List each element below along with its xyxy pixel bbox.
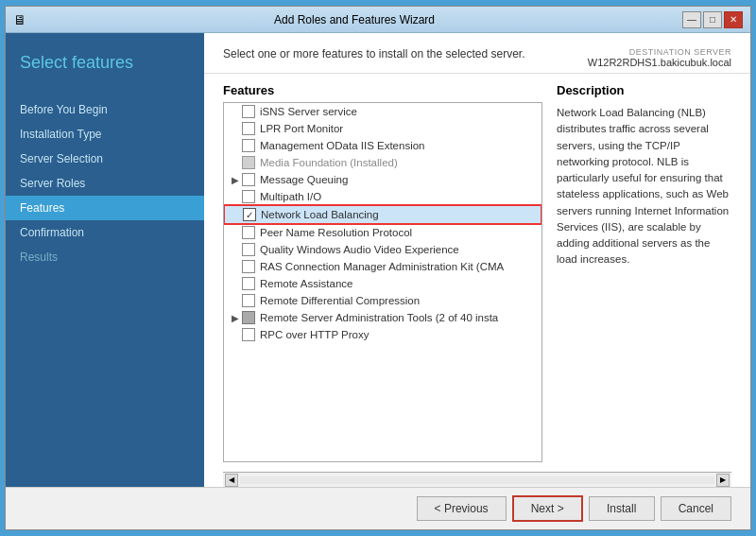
checkbox-nlb[interactable]: ✓ [243,208,256,221]
features-section-title: Features [223,83,542,97]
label-nlb: Network Load Balancing [261,209,536,220]
expander-multipath [229,192,242,202]
window-title: Add Roles and Features Wizard [26,13,682,26]
expander-isns [229,107,242,117]
features-list-section: Features iSNS Server service LPR [223,83,542,462]
content-area: Select one or more features to install o… [204,33,750,487]
feature-item-remote-assist[interactable]: Remote Assistance [224,275,541,292]
hscroll-left-button[interactable]: ◀ [225,474,238,487]
expander-odata [229,141,242,151]
expander-rsat[interactable]: ▶ [229,313,242,323]
features-panel: Features iSNS Server service LPR [204,74,750,472]
checkbox-mq[interactable] [242,173,255,186]
checkbox-media[interactable] [242,156,255,169]
hscroll-track[interactable] [240,476,714,484]
label-peer: Peer Name Resolution Protocol [260,227,537,238]
feature-item-media[interactable]: Media Foundation (Installed) [224,154,541,171]
checkbox-qwave[interactable] [242,243,255,256]
label-rdc: Remote Differential Compression [260,295,537,306]
content-description: Select one or more features to install o… [223,47,588,61]
label-remote-assist: Remote Assistance [260,278,537,289]
content-header: Select one or more features to install o… [204,33,750,74]
install-button[interactable]: Install [589,496,655,521]
footer: < Previous Next > Install Cancel [6,487,750,529]
feature-item-mq[interactable]: ▶ Message Queuing [224,171,541,188]
expander-qwave [229,245,242,255]
sidebar-item-results: Results [6,245,204,269]
features-listbox[interactable]: iSNS Server service LPR Port Monitor [223,102,542,462]
description-text: Network Load Balancing (NLB) distributes… [557,105,731,268]
label-ras: RAS Connection Manager Administration Ki… [260,261,537,272]
minimize-button[interactable]: — [682,11,701,28]
checkbox-lpr[interactable] [242,122,255,135]
close-button[interactable]: ✕ [724,11,743,28]
feature-item-rpc-http[interactable]: RPC over HTTP Proxy [224,326,541,343]
sidebar-item-server-selection[interactable]: Server Selection [6,147,204,171]
feature-item-qwave[interactable]: Quality Windows Audio Video Experience [224,241,541,258]
window-icon: 🖥 [13,12,26,27]
sidebar: Select features Before You Begin Install… [6,33,204,487]
label-media: Media Foundation (Installed) [260,157,537,168]
label-rpc-http: RPC over HTTP Proxy [260,329,537,340]
label-rsat: Remote Server Administration Tools (2 of… [260,312,537,323]
feature-item-rdc[interactable]: Remote Differential Compression [224,292,541,309]
feature-item-rsat[interactable]: ▶ Remote Server Administration Tools (2 … [224,309,541,326]
title-bar-buttons: — □ ✕ [682,11,743,28]
expander-nlb [230,210,243,220]
cancel-button[interactable]: Cancel [661,496,731,521]
checkbox-multipath[interactable] [242,190,255,203]
expander-rpc-http [229,330,242,340]
sidebar-item-features[interactable]: Features [6,196,204,220]
title-bar: 🖥 Add Roles and Features Wizard — □ ✕ [6,7,750,33]
expander-ras [229,262,242,272]
feature-item-lpr[interactable]: LPR Port Monitor [224,120,541,137]
feature-item-nlb[interactable]: ✓ Network Load Balancing [224,205,541,224]
wizard-body: Select features Before You Begin Install… [6,33,750,487]
content-header-left: Select one or more features to install o… [223,47,588,68]
horizontal-scrollbar[interactable]: ◀ ▶ [223,472,731,487]
feature-item-peer[interactable]: Peer Name Resolution Protocol [224,224,541,241]
label-odata: Management OData IIS Extension [260,140,537,151]
checkbox-rsat[interactable] [242,311,255,324]
expander-lpr [229,124,242,134]
feature-item-multipath[interactable]: Multipath I/O [224,188,541,205]
sidebar-item-server-roles[interactable]: Server Roles [6,171,204,196]
feature-item-odata[interactable]: Management OData IIS Extension [224,137,541,154]
destination-server-info: DESTINATION SERVER W12R2RDHS1.bakicubuk.… [588,47,731,68]
label-isns: iSNS Server service [260,106,537,117]
checkbox-rpc-http[interactable] [242,328,255,341]
expander-rdc [229,296,242,306]
checkbox-ras[interactable] [242,260,255,273]
label-qwave: Quality Windows Audio Video Experience [260,244,537,255]
checkbox-rdc[interactable] [242,294,255,307]
feature-item-ras[interactable]: RAS Connection Manager Administration Ki… [224,258,541,275]
wizard-window: 🖥 Add Roles and Features Wizard — □ ✕ Se… [5,6,751,530]
sidebar-heading: Select features [20,52,190,74]
sidebar-item-installation-type[interactable]: Installation Type [6,122,204,147]
next-button[interactable]: Next > [512,495,583,522]
description-title: Description [557,83,731,97]
label-lpr: LPR Port Monitor [260,123,537,134]
label-multipath: Multipath I/O [260,191,537,202]
checkbox-isns[interactable] [242,105,255,118]
expander-media [229,158,242,168]
checkbox-odata[interactable] [242,139,255,152]
expander-mq[interactable]: ▶ [229,175,242,185]
restore-button[interactable]: □ [703,11,722,28]
destination-server-name: W12R2RDHS1.bakicubuk.local [588,57,731,68]
previous-button[interactable]: < Previous [417,496,507,521]
feature-item-isns[interactable]: iSNS Server service [224,103,541,120]
expander-remote-assist [229,279,242,289]
hscroll-right-button[interactable]: ▶ [716,474,730,487]
label-mq: Message Queuing [260,174,537,185]
sidebar-nav: Before You Begin Installation Type Serve… [6,97,204,269]
expander-peer [229,228,242,238]
sidebar-header: Select features [6,33,204,88]
checkbox-remote-assist[interactable] [242,277,255,290]
sidebar-item-confirmation[interactable]: Confirmation [6,220,204,245]
description-panel: Description Network Load Balancing (NLB)… [557,83,731,462]
sidebar-item-before-you-begin[interactable]: Before You Begin [6,97,204,122]
destination-server-label: DESTINATION SERVER [588,47,731,57]
checkbox-peer[interactable] [242,226,255,239]
